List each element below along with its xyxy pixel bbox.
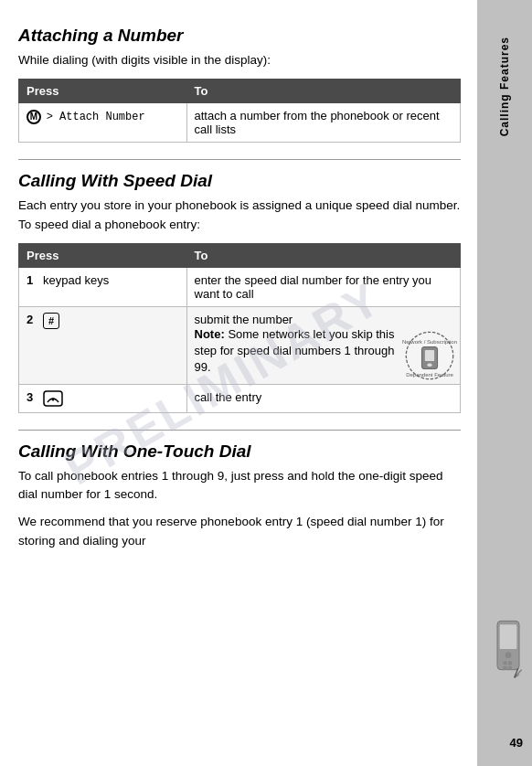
section3-desc1: To call phonebook entries 1 through 9, j…	[18, 467, 461, 505]
section2-col-to: To	[186, 243, 460, 267]
speed-row3-press: 3	[19, 384, 187, 412]
section2-title: Calling With Speed Dial	[18, 171, 461, 191]
svg-rect-3	[425, 350, 434, 361]
section1-title: Attaching a Number	[18, 26, 461, 46]
speed-row3-to: call the entry	[186, 384, 460, 412]
section1-col-press: Press	[19, 80, 187, 103]
table-row: M > Attach Number attach a number from t…	[19, 103, 461, 143]
row2-num: 2	[27, 313, 33, 326]
svg-rect-14	[508, 666, 512, 670]
section2-col-press: Press	[19, 243, 187, 267]
speed-row2-press: 2 #	[19, 306, 187, 384]
phone-illustration	[488, 620, 528, 693]
main-content: Attaching a Number While dialing (with d…	[0, 0, 477, 766]
row1-press-label: keypad keys	[43, 273, 109, 287]
divider1	[18, 159, 461, 160]
row1-num: 1	[27, 273, 33, 287]
svg-rect-4	[427, 363, 431, 366]
table-row: 2 # submit the number Note: Some network…	[19, 306, 461, 384]
svg-text:Network / Subscription: Network / Subscription	[402, 339, 457, 345]
right-sidebar: Calling Features 49	[477, 0, 532, 766]
svg-rect-9	[500, 624, 517, 649]
section3-desc2: We recommend that you reserve phonebook …	[18, 513, 461, 550]
table-row: 1 keypad keys enter the speed dial numbe…	[19, 267, 461, 306]
speed-row2-to: submit the number Note: Some networks le…	[186, 306, 460, 384]
svg-point-10	[505, 652, 512, 658]
svg-point-7	[52, 398, 55, 400]
row3-num: 3	[27, 390, 33, 404]
page-number: 49	[510, 736, 523, 750]
svg-rect-12	[508, 661, 512, 665]
section2-table: Press To 1 keypad keys enter the speed d…	[18, 243, 461, 413]
network-dependent-feature-badge: Network / Subscription Dependent Feature	[402, 328, 452, 378]
section1-desc: While dialing (with digits visible in th…	[18, 51, 461, 69]
note-text-block: Note: Some networks let you skip this st…	[195, 326, 395, 377]
divider2	[18, 430, 461, 431]
table-row: 3 call the entry	[19, 384, 461, 412]
speed-row1-press: 1 keypad keys	[19, 267, 187, 306]
svg-text:Dependent Feature: Dependent Feature	[406, 372, 453, 378]
section1-col-to: To	[186, 80, 460, 103]
section1-table: Press To M > Attach Number attach a numb…	[18, 79, 461, 143]
attach-number-label: > Attach Number	[47, 111, 145, 123]
speed-row1-to: enter the speed dial number for the entr…	[186, 267, 460, 306]
note-content: Some networks let you skip this step for…	[195, 327, 395, 374]
send-key-icon	[43, 390, 63, 407]
section3-title: Calling With One-Touch Dial	[18, 442, 461, 462]
note-row: Note: Some networks let you skip this st…	[195, 326, 452, 378]
section1-press-cell: M > Attach Number	[19, 103, 187, 143]
section2-desc: Each entry you store in your phonebook i…	[18, 197, 461, 234]
menu-icon: M	[27, 110, 41, 124]
svg-rect-11	[504, 661, 507, 665]
submit-number-text: submit the number	[195, 313, 452, 326]
sidebar-label: Calling Features	[498, 37, 511, 136]
section1-to-cell: attach a number from the phonebook or re…	[186, 103, 460, 143]
hash-key-icon: #	[43, 313, 59, 329]
svg-rect-13	[504, 666, 507, 670]
note-label: Note:	[195, 327, 225, 341]
